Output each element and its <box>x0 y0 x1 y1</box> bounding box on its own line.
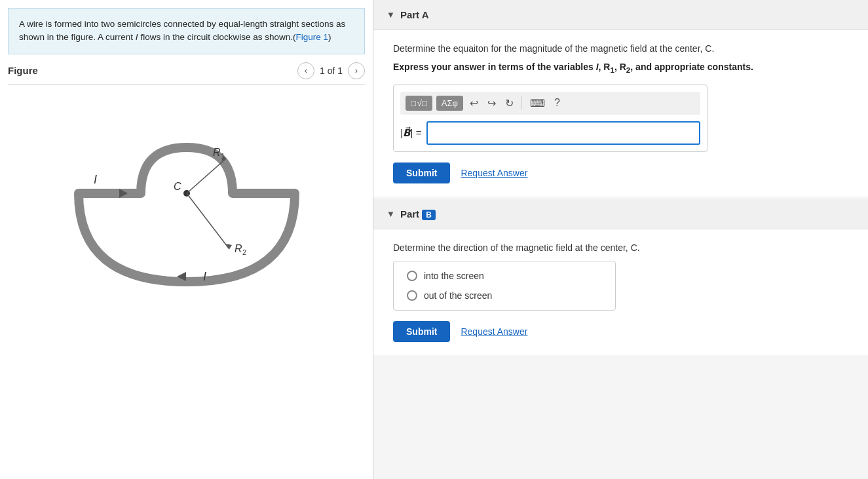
right-panel: ▼ Part A Determine the equaiton for the … <box>373 0 868 479</box>
part-a-section: ▼ Part A Determine the equaiton for the … <box>373 0 868 197</box>
part-a-content: Determine the equaiton for the magnitude… <box>373 30 868 197</box>
option-out-of-screen[interactable]: out of the screen <box>407 290 602 301</box>
undo-btn[interactable]: ↩ <box>467 96 481 111</box>
problem-text-cont: flows in the circuit clockwise as shown. <box>138 32 293 42</box>
svg-text:C: C <box>174 181 181 192</box>
help-btn[interactable]: ? <box>552 96 563 110</box>
formula-label: |B⃗| = <box>400 127 421 139</box>
part-a-header[interactable]: ▼ Part A <box>373 0 868 30</box>
option-out-of-screen-label: out of the screen <box>424 290 492 301</box>
next-figure-btn[interactable]: › <box>348 62 365 79</box>
part-a-request-answer-btn[interactable]: Request Answer <box>461 168 527 178</box>
figure-canvas: C R 1 R 2 I I <box>8 92 365 295</box>
formula-input[interactable] <box>426 121 700 145</box>
figure-section: Figure ‹ 1 of 1 › C <box>0 62 373 480</box>
part-a-vars2: , R <box>599 62 611 72</box>
svg-line-4 <box>187 159 226 193</box>
figure-header: Figure ‹ 1 of 1 › <box>8 62 365 85</box>
part-a-instruction-text: Express your answer in terms of the vari… <box>393 62 596 72</box>
left-panel: A wire is formed into two semicircles co… <box>0 0 373 479</box>
toolbar-sep <box>521 96 522 109</box>
figure-nav: ‹ 1 of 1 › <box>297 62 365 79</box>
prev-figure-btn[interactable]: ‹ <box>297 62 314 79</box>
part-b-description: Determine the direction of the magnetic … <box>393 242 848 253</box>
option-into-screen-label: into the screen <box>424 271 484 281</box>
sqrt-icon: √□ <box>417 98 427 108</box>
part-a-instruction: Express your answer in terms of the vari… <box>393 62 848 74</box>
radio-box: into the screen out of the screen <box>393 261 616 311</box>
matrix-icon: □ <box>411 98 416 108</box>
svg-text:2: 2 <box>242 248 246 256</box>
part-b-chevron: ▼ <box>387 209 395 219</box>
part-b-label-text: Part <box>400 208 422 220</box>
keyboard-btn[interactable]: ⌨ <box>527 96 548 111</box>
formula-box: □ √□ AΣφ ↩ ↪ ↻ ⌨ ? |B⃗| = <box>393 85 708 152</box>
problem-statement: A wire is formed into two semicircles co… <box>8 8 365 54</box>
part-b-submit-btn[interactable]: Submit <box>393 321 450 342</box>
part-b-section: ▼ Part B Determine the direction of the … <box>373 199 868 355</box>
part-a-submit-btn[interactable]: Submit <box>393 163 450 183</box>
part-a-label: Part A <box>400 9 429 20</box>
radio-out-of-screen[interactable] <box>407 290 417 301</box>
part-a-chevron: ▼ <box>387 10 395 20</box>
part-a-description: Determine the equaiton for the magnitude… <box>393 43 848 54</box>
formula-toolbar: □ √□ AΣφ ↩ ↪ ↻ ⌨ ? <box>400 92 700 115</box>
figure1-link[interactable]: Figure 1 <box>295 32 328 42</box>
part-b-label: Part B <box>400 208 436 220</box>
greek-btn[interactable]: AΣφ <box>436 96 463 111</box>
svg-text:R: R <box>235 243 242 254</box>
svg-line-8 <box>187 193 229 249</box>
part-b-badge: B <box>422 210 436 220</box>
formula-input-row: |B⃗| = <box>400 121 700 145</box>
svg-text:I: I <box>203 270 206 283</box>
svg-text:R: R <box>213 147 221 158</box>
greek-label: AΣφ <box>442 98 458 108</box>
part-b-content: Determine the direction of the magnetic … <box>373 229 868 355</box>
svg-text:I: I <box>94 173 97 186</box>
part-b-header[interactable]: ▼ Part B <box>373 199 868 229</box>
part-a-action-row: Submit Request Answer <box>393 163 848 183</box>
redo-btn[interactable]: ↪ <box>485 96 499 111</box>
part-b-action-row: Submit Request Answer <box>393 321 848 342</box>
part-a-comma: , R <box>614 62 626 72</box>
figure-svg: C R 1 R 2 I I <box>26 98 347 288</box>
figure-title: Figure <box>8 65 38 76</box>
option-into-screen[interactable]: into the screen <box>407 271 602 281</box>
part-b-request-answer-btn[interactable]: Request Answer <box>461 326 527 337</box>
part-a-end: , and appropriate constants. <box>630 62 753 72</box>
figure-count: 1 of 1 <box>320 66 343 76</box>
radio-into-screen[interactable] <box>407 271 417 281</box>
matrix-btn[interactable]: □ √□ <box>406 96 432 111</box>
refresh-btn[interactable]: ↻ <box>502 96 516 111</box>
